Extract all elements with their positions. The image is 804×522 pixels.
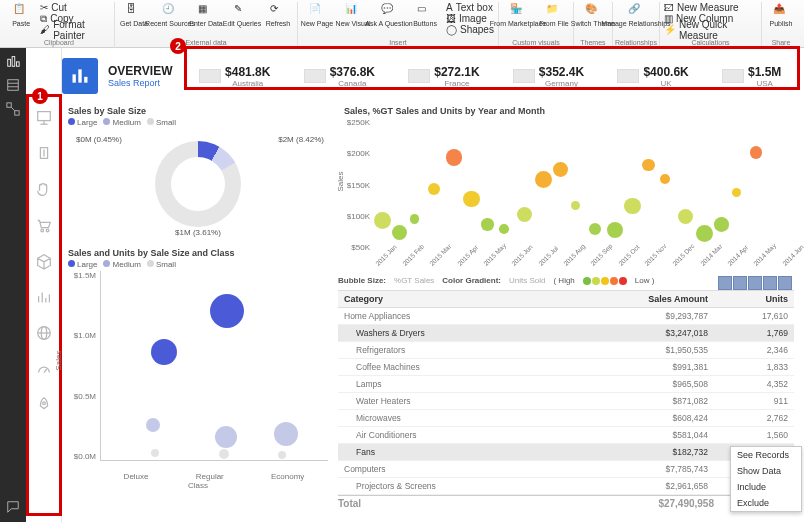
table-row[interactable]: Washers & Dryers$3,247,0181,769 — [338, 325, 794, 342]
svg-rect-23 — [73, 74, 76, 82]
data-point[interactable] — [750, 146, 763, 159]
table-row[interactable]: Fans$182,7322,071 — [338, 444, 794, 461]
data-point[interactable] — [410, 214, 420, 224]
from-file-button[interactable]: 📁From File — [537, 2, 571, 36]
ask-question-button[interactable]: 💬Ask A Question — [372, 2, 406, 36]
data-point[interactable] — [499, 224, 509, 234]
buttons-button[interactable]: ▭Buttons — [408, 2, 442, 36]
copy-icon: ⧉ — [40, 13, 47, 25]
measure-icon: 🗠 — [664, 2, 674, 13]
svg-rect-6 — [7, 103, 11, 107]
data-point[interactable] — [392, 225, 407, 240]
table-visual[interactable]: Category Sales Amount Units Home Applian… — [338, 290, 794, 502]
table-row[interactable]: Air Conditioners$581,0441,560 — [338, 427, 794, 444]
data-view-tab[interactable] — [4, 76, 22, 94]
data-point[interactable] — [607, 222, 624, 239]
format-painter-button[interactable]: 🖌Format Painter — [38, 24, 112, 35]
theme-icon: 🎨 — [585, 3, 601, 19]
donut-chart-visual[interactable]: Sales by Sale Size Large Medium Small $0… — [62, 102, 334, 242]
button-icon: ▭ — [417, 3, 433, 19]
recent-sources-button[interactable]: 🕘Recent Sources — [153, 2, 187, 36]
context-menu-item[interactable]: Show Data — [731, 463, 801, 479]
expand-icon[interactable] — [748, 276, 762, 290]
enter-data-button[interactable]: ▦Enter Data — [189, 2, 223, 36]
table-row[interactable]: Water Heaters$871,082911 — [338, 393, 794, 410]
data-point[interactable] — [535, 171, 552, 188]
data-point[interactable] — [374, 212, 391, 229]
new-page-button[interactable]: 📄New Page — [300, 2, 334, 36]
chart-icon: 📊 — [345, 3, 361, 19]
svg-line-8 — [11, 107, 15, 111]
context-menu-item[interactable]: See Records — [731, 447, 801, 463]
data-point[interactable] — [553, 162, 568, 177]
edit-queries-button[interactable]: ✎Edit Queries — [225, 2, 259, 36]
page-title: OVERVIEW — [108, 64, 172, 78]
x-axis-label: Class — [62, 481, 334, 490]
data-point[interactable] — [624, 198, 640, 214]
table-row[interactable]: Refrigerators$1,950,5352,346 — [338, 342, 794, 359]
table-row[interactable]: Lamps$965,5084,352 — [338, 376, 794, 393]
more-icon[interactable] — [778, 276, 792, 290]
context-menu-item[interactable]: Include — [731, 479, 801, 495]
data-point[interactable] — [463, 191, 479, 207]
drill-down-icon[interactable] — [733, 276, 747, 290]
bubble-class-visual[interactable]: Sales and Units by Sale Size and Class L… — [62, 244, 334, 502]
get-data-button[interactable]: 🗄Get Data — [117, 2, 151, 36]
data-point[interactable] — [517, 207, 532, 222]
edit-icon: ✎ — [234, 3, 250, 19]
data-point[interactable] — [571, 201, 580, 210]
svg-rect-1 — [12, 57, 15, 67]
data-point[interactable] — [732, 188, 741, 197]
marketplace-icon: 🏪 — [510, 3, 526, 19]
data-point[interactable] — [428, 183, 441, 196]
scatter-time-visual[interactable]: Sales, %GT Sales and Units by Year and M… — [338, 102, 794, 274]
from-marketplace-button[interactable]: 🏪From Marketplace — [501, 2, 535, 36]
grid-icon: ▦ — [198, 3, 214, 19]
data-point[interactable] — [589, 223, 602, 236]
new-measure-button[interactable]: 🗠New Measure — [662, 2, 759, 13]
data-point[interactable] — [481, 218, 493, 230]
cut-button[interactable]: ✂Cut — [38, 2, 112, 13]
table-row[interactable]: Coffee Machines$991,3811,833 — [338, 359, 794, 376]
image-icon: 🖼 — [446, 13, 456, 24]
focus-icon[interactable] — [763, 276, 777, 290]
table-row[interactable]: Home Appliances$9,293,78717,610 — [338, 308, 794, 325]
context-menu-item[interactable]: Exclude — [731, 495, 801, 511]
y-axis: $250K$200K$150K$100K$50K — [340, 118, 370, 252]
publish-button[interactable]: 📤Publish — [764, 2, 798, 36]
data-point[interactable] — [446, 149, 462, 165]
data-point[interactable] — [660, 174, 670, 184]
donut-ring — [155, 141, 241, 227]
annotation-box-1 — [26, 94, 62, 516]
image-button[interactable]: 🖼Image — [444, 13, 496, 24]
column-icon: ▥ — [664, 13, 673, 24]
text-box-button[interactable]: AText box — [444, 2, 496, 13]
data-point[interactable] — [678, 209, 693, 224]
drill-up-icon[interactable] — [718, 276, 732, 290]
chart-legend: Large Medium Small — [62, 118, 334, 129]
comments-button[interactable] — [4, 498, 22, 516]
page-icon: 📄 — [309, 3, 325, 19]
svg-rect-0 — [8, 59, 11, 66]
data-point[interactable] — [696, 225, 713, 242]
recent-icon: 🕘 — [162, 3, 178, 19]
table-row[interactable]: Computers$7,785,743 — [338, 461, 794, 478]
annotation-badge-2: 2 — [170, 38, 186, 54]
annotation-box-2 — [184, 46, 800, 90]
table-row[interactable]: Microwaves$608,4242,762 — [338, 410, 794, 427]
report-view-tab[interactable] — [4, 52, 22, 70]
table-row[interactable]: Projectors & Screens$2,961,658 — [338, 478, 794, 495]
new-quick-measure-button[interactable]: ⚡New Quick Measure — [662, 24, 759, 35]
manage-relationships-button[interactable]: 🔗Manage Relationships — [619, 2, 653, 36]
refresh-button[interactable]: ⟳Refresh — [261, 2, 295, 36]
shapes-button[interactable]: ◯Shapes — [444, 24, 496, 35]
data-point[interactable] — [642, 159, 654, 171]
svg-rect-2 — [17, 62, 20, 66]
switch-theme-button[interactable]: 🎨Switch Theme — [576, 2, 610, 36]
svg-rect-24 — [78, 69, 81, 82]
data-point[interactable] — [714, 217, 729, 232]
new-visual-button[interactable]: 📊New Visual — [336, 2, 370, 36]
model-view-tab[interactable] — [4, 100, 22, 118]
plot-area — [374, 118, 790, 252]
paste-button[interactable]: 📋 Paste — [6, 2, 36, 36]
